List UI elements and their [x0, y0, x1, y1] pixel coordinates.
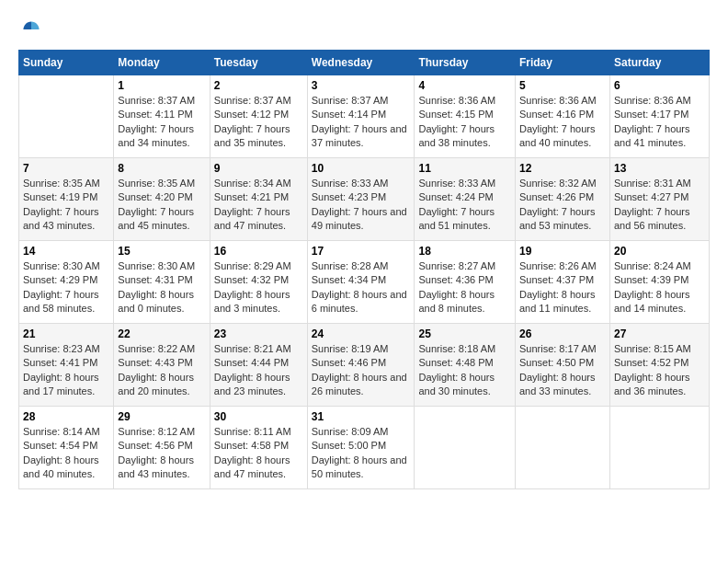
- day-number: 22: [118, 327, 206, 340]
- day-info: Sunrise: 8:36 AMSunset: 4:15 PMDaylight:…: [418, 94, 511, 151]
- calendar-cell: 29Sunrise: 8:12 AMSunset: 4:56 PMDayligh…: [114, 407, 210, 489]
- day-number: 7: [23, 162, 109, 175]
- calendar-cell: 28Sunrise: 8:14 AMSunset: 4:54 PMDayligh…: [19, 407, 114, 489]
- calendar-cell: 1Sunrise: 8:37 AMSunset: 4:11 PMDaylight…: [114, 75, 210, 158]
- day-number: 10: [312, 162, 411, 175]
- day-info: Sunrise: 8:33 AMSunset: 4:24 PMDaylight:…: [418, 177, 511, 234]
- week-row-4: 21Sunrise: 8:23 AMSunset: 4:41 PMDayligh…: [19, 324, 710, 407]
- day-number: 21: [23, 327, 109, 340]
- weekday-header-monday: Monday: [114, 51, 210, 75]
- logo: [18, 18, 42, 40]
- day-number: 18: [418, 245, 511, 258]
- calendar-cell: 27Sunrise: 8:15 AMSunset: 4:52 PMDayligh…: [609, 324, 709, 407]
- week-row-5: 28Sunrise: 8:14 AMSunset: 4:54 PMDayligh…: [19, 407, 710, 489]
- calendar-cell: 26Sunrise: 8:17 AMSunset: 4:50 PMDayligh…: [515, 324, 609, 407]
- day-info: Sunrise: 8:15 AMSunset: 4:52 PMDaylight:…: [614, 342, 705, 399]
- day-number: 12: [519, 162, 606, 175]
- day-info: Sunrise: 8:21 AMSunset: 4:44 PMDaylight:…: [214, 342, 303, 399]
- day-info: Sunrise: 8:18 AMSunset: 4:48 PMDaylight:…: [418, 342, 511, 399]
- weekday-header-thursday: Thursday: [415, 51, 516, 75]
- day-info: Sunrise: 8:31 AMSunset: 4:27 PMDaylight:…: [614, 177, 705, 234]
- page-header: [18, 18, 710, 40]
- calendar-cell: 30Sunrise: 8:11 AMSunset: 4:58 PMDayligh…: [210, 407, 307, 489]
- day-info: Sunrise: 8:12 AMSunset: 4:56 PMDaylight:…: [118, 425, 206, 482]
- day-number: 31: [312, 410, 411, 423]
- day-number: 25: [418, 327, 511, 340]
- day-info: Sunrise: 8:26 AMSunset: 4:37 PMDaylight:…: [519, 259, 606, 316]
- calendar-cell: 14Sunrise: 8:30 AMSunset: 4:29 PMDayligh…: [19, 241, 114, 324]
- calendar-cell: [515, 407, 609, 489]
- day-number: 16: [214, 245, 303, 258]
- day-info: Sunrise: 8:23 AMSunset: 4:41 PMDaylight:…: [23, 342, 109, 399]
- calendar-cell: 3Sunrise: 8:37 AMSunset: 4:14 PMDaylight…: [307, 75, 415, 158]
- day-number: 5: [519, 79, 606, 92]
- calendar-cell: [19, 75, 114, 158]
- calendar-cell: 12Sunrise: 8:32 AMSunset: 4:26 PMDayligh…: [515, 158, 609, 241]
- day-number: 3: [312, 79, 411, 92]
- logo-icon: [20, 18, 42, 40]
- day-info: Sunrise: 8:22 AMSunset: 4:43 PMDaylight:…: [118, 342, 206, 399]
- weekday-header-wednesday: Wednesday: [307, 51, 415, 75]
- day-number: 26: [519, 327, 606, 340]
- weekday-header-friday: Friday: [515, 51, 609, 75]
- calendar-cell: [415, 407, 516, 489]
- calendar-cell: [609, 407, 709, 489]
- week-row-1: 1Sunrise: 8:37 AMSunset: 4:11 PMDaylight…: [19, 75, 710, 158]
- calendar-cell: 22Sunrise: 8:22 AMSunset: 4:43 PMDayligh…: [114, 324, 210, 407]
- day-number: 9: [214, 162, 303, 175]
- day-info: Sunrise: 8:36 AMSunset: 4:17 PMDaylight:…: [614, 94, 705, 151]
- calendar-cell: 4Sunrise: 8:36 AMSunset: 4:15 PMDaylight…: [415, 75, 516, 158]
- calendar-cell: 13Sunrise: 8:31 AMSunset: 4:27 PMDayligh…: [609, 158, 709, 241]
- day-info: Sunrise: 8:37 AMSunset: 4:11 PMDaylight:…: [118, 94, 206, 151]
- day-info: Sunrise: 8:37 AMSunset: 4:14 PMDaylight:…: [312, 94, 411, 151]
- calendar-cell: 10Sunrise: 8:33 AMSunset: 4:23 PMDayligh…: [307, 158, 415, 241]
- day-info: Sunrise: 8:27 AMSunset: 4:36 PMDaylight:…: [418, 259, 511, 316]
- calendar-cell: 2Sunrise: 8:37 AMSunset: 4:12 PMDaylight…: [210, 75, 307, 158]
- calendar-cell: 5Sunrise: 8:36 AMSunset: 4:16 PMDaylight…: [515, 75, 609, 158]
- day-info: Sunrise: 8:30 AMSunset: 4:29 PMDaylight:…: [23, 259, 109, 316]
- calendar-cell: 19Sunrise: 8:26 AMSunset: 4:37 PMDayligh…: [515, 241, 609, 324]
- day-info: Sunrise: 8:17 AMSunset: 4:50 PMDaylight:…: [519, 342, 606, 399]
- calendar-cell: 11Sunrise: 8:33 AMSunset: 4:24 PMDayligh…: [415, 158, 516, 241]
- calendar-cell: 23Sunrise: 8:21 AMSunset: 4:44 PMDayligh…: [210, 324, 307, 407]
- calendar-cell: 16Sunrise: 8:29 AMSunset: 4:32 PMDayligh…: [210, 241, 307, 324]
- calendar-cell: 8Sunrise: 8:35 AMSunset: 4:20 PMDaylight…: [114, 158, 210, 241]
- day-number: 1: [118, 79, 206, 92]
- day-info: Sunrise: 8:36 AMSunset: 4:16 PMDaylight:…: [519, 94, 606, 151]
- weekday-header-saturday: Saturday: [609, 51, 709, 75]
- calendar-table: SundayMondayTuesdayWednesdayThursdayFrid…: [18, 50, 710, 489]
- day-number: 30: [214, 410, 303, 423]
- day-info: Sunrise: 8:34 AMSunset: 4:21 PMDaylight:…: [214, 177, 303, 234]
- calendar-cell: 9Sunrise: 8:34 AMSunset: 4:21 PMDaylight…: [210, 158, 307, 241]
- week-row-3: 14Sunrise: 8:30 AMSunset: 4:29 PMDayligh…: [19, 241, 710, 324]
- calendar-cell: 18Sunrise: 8:27 AMSunset: 4:36 PMDayligh…: [415, 241, 516, 324]
- day-number: 8: [118, 162, 206, 175]
- day-info: Sunrise: 8:09 AMSunset: 5:00 PMDaylight:…: [312, 425, 411, 482]
- calendar-cell: 15Sunrise: 8:30 AMSunset: 4:31 PMDayligh…: [114, 241, 210, 324]
- day-info: Sunrise: 8:35 AMSunset: 4:20 PMDaylight:…: [118, 177, 206, 234]
- day-number: 28: [23, 410, 109, 423]
- weekday-header-row: SundayMondayTuesdayWednesdayThursdayFrid…: [19, 51, 710, 75]
- week-row-2: 7Sunrise: 8:35 AMSunset: 4:19 PMDaylight…: [19, 158, 710, 241]
- day-number: 29: [118, 410, 206, 423]
- calendar-cell: 25Sunrise: 8:18 AMSunset: 4:48 PMDayligh…: [415, 324, 516, 407]
- weekday-header-sunday: Sunday: [19, 51, 114, 75]
- day-info: Sunrise: 8:35 AMSunset: 4:19 PMDaylight:…: [23, 177, 109, 234]
- calendar-cell: 21Sunrise: 8:23 AMSunset: 4:41 PMDayligh…: [19, 324, 114, 407]
- calendar-cell: 20Sunrise: 8:24 AMSunset: 4:39 PMDayligh…: [609, 241, 709, 324]
- weekday-header-tuesday: Tuesday: [210, 51, 307, 75]
- calendar-cell: 6Sunrise: 8:36 AMSunset: 4:17 PMDaylight…: [609, 75, 709, 158]
- day-number: 20: [614, 245, 705, 258]
- calendar-cell: 31Sunrise: 8:09 AMSunset: 5:00 PMDayligh…: [307, 407, 415, 489]
- calendar-cell: 17Sunrise: 8:28 AMSunset: 4:34 PMDayligh…: [307, 241, 415, 324]
- day-info: Sunrise: 8:11 AMSunset: 4:58 PMDaylight:…: [214, 425, 303, 482]
- day-number: 15: [118, 245, 206, 258]
- day-number: 11: [418, 162, 511, 175]
- day-info: Sunrise: 8:14 AMSunset: 4:54 PMDaylight:…: [23, 425, 109, 482]
- day-info: Sunrise: 8:29 AMSunset: 4:32 PMDaylight:…: [214, 259, 303, 316]
- day-info: Sunrise: 8:33 AMSunset: 4:23 PMDaylight:…: [312, 177, 411, 234]
- day-number: 13: [614, 162, 705, 175]
- day-info: Sunrise: 8:32 AMSunset: 4:26 PMDaylight:…: [519, 177, 606, 234]
- day-info: Sunrise: 8:24 AMSunset: 4:39 PMDaylight:…: [614, 259, 705, 316]
- day-info: Sunrise: 8:30 AMSunset: 4:31 PMDaylight:…: [118, 259, 206, 316]
